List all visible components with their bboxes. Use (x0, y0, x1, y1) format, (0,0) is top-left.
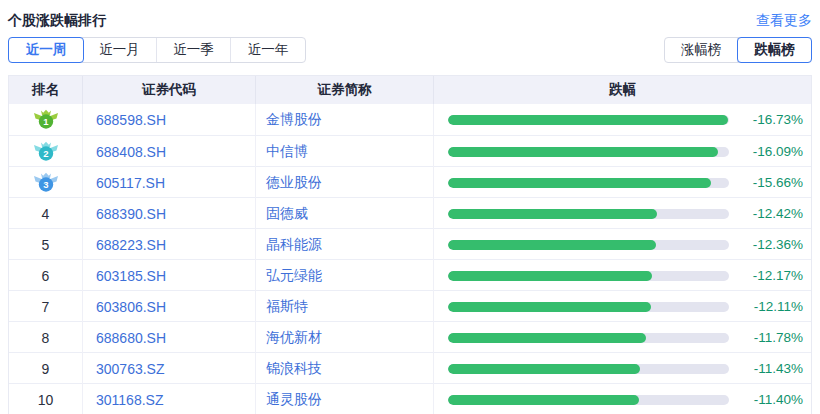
table-row: 4 688390.SH 固德威 -12.42% (9, 197, 811, 228)
rank-number: 6 (42, 268, 50, 284)
code-cell: 300763.SZ (83, 353, 256, 384)
name-cell: 德业股份 (256, 167, 434, 198)
change-bar-track (448, 395, 729, 405)
rank-number: 5 (42, 237, 50, 253)
rank-number: 10 (38, 392, 54, 408)
change-value: -11.43% (741, 361, 803, 376)
stock-code-link[interactable]: 688390.SH (96, 206, 166, 222)
tab-last-month[interactable]: 近一月 (83, 38, 157, 62)
toggle-losers[interactable]: 跌幅榜 (737, 37, 812, 63)
code-cell: 688390.SH (83, 198, 256, 229)
stock-name-link[interactable]: 德业股份 (266, 174, 322, 192)
change-value: -11.40% (741, 392, 803, 407)
table-row: 9 300763.SZ 锦浪科技 -11.43% (9, 352, 811, 383)
toggle-gainers[interactable]: 涨幅榜 (665, 38, 738, 62)
medal-icon: 1 (34, 109, 58, 130)
rank-cell: 3 (9, 167, 83, 198)
table-row: 2 688408.SH 中信博 -16.09% (9, 135, 811, 166)
stock-code-link[interactable]: 688408.SH (96, 144, 166, 160)
change-cell: -12.36% (434, 229, 811, 260)
rank-type-toggle: 涨幅榜 跌幅榜 (664, 37, 812, 63)
change-bar-fill (448, 333, 646, 343)
name-cell: 锦浪科技 (256, 353, 434, 384)
change-bar-fill (448, 240, 656, 250)
change-bar-fill (448, 302, 651, 312)
svg-text:3: 3 (43, 179, 48, 190)
table-header: 排名 证券代码 证券简称 跌幅 (9, 76, 811, 104)
change-value: -12.11% (741, 299, 803, 314)
name-cell: 通灵股份 (256, 384, 434, 414)
stock-name-link[interactable]: 金博股份 (266, 111, 322, 129)
change-bar-track (448, 333, 729, 343)
change-bar-fill (448, 147, 718, 157)
col-header-rank: 排名 (9, 76, 83, 104)
change-bar-track (448, 147, 729, 157)
stock-name-link[interactable]: 通灵股份 (266, 391, 322, 409)
change-bar-track (448, 209, 729, 219)
code-cell: 688408.SH (83, 136, 256, 167)
change-value: -12.36% (741, 237, 803, 252)
code-cell: 603806.SH (83, 291, 256, 322)
stock-code-link[interactable]: 603806.SH (96, 299, 166, 315)
stock-code-link[interactable]: 603185.SH (96, 268, 166, 284)
change-bar-fill (448, 364, 640, 374)
stock-code-link[interactable]: 605117.SH (96, 175, 165, 191)
svg-text:2: 2 (43, 148, 48, 159)
view-more-link[interactable]: 查看更多 (756, 12, 812, 30)
name-cell: 中信博 (256, 136, 434, 167)
name-cell: 福斯特 (256, 291, 434, 322)
stock-name-link[interactable]: 中信博 (266, 143, 308, 161)
code-cell: 301168.SZ (83, 384, 256, 414)
stock-code-link[interactable]: 688598.SH (96, 112, 166, 128)
change-cell: -12.11% (434, 291, 811, 322)
tab-last-week[interactable]: 近一周 (8, 37, 84, 63)
table-row: 5 688223.SH 晶科能源 -12.36% (9, 228, 811, 259)
change-cell: -11.43% (434, 353, 811, 384)
change-value: -16.73% (741, 112, 803, 127)
stock-name-link[interactable]: 福斯特 (266, 298, 308, 316)
rank-cell: 10 (9, 384, 83, 414)
change-bar-fill (448, 395, 639, 405)
name-cell: 金博股份 (256, 104, 434, 135)
rank-number: 7 (42, 299, 50, 315)
table-row: 6 603185.SH 弘元绿能 -12.17% (9, 259, 811, 290)
stock-code-link[interactable]: 300763.SZ (96, 361, 165, 377)
change-bar-track (448, 240, 729, 250)
period-tabs: 近一周 近一月 近一季 近一年 (8, 37, 306, 63)
medal-icon: 3 (34, 172, 58, 193)
svg-text:1: 1 (43, 116, 49, 127)
rank-cell: 7 (9, 291, 83, 322)
change-cell: -12.17% (434, 260, 811, 291)
table-row: 7 603806.SH 福斯特 -12.11% (9, 290, 811, 321)
stock-code-link[interactable]: 688680.SH (96, 330, 166, 346)
change-value: -12.42% (741, 206, 803, 221)
stock-name-link[interactable]: 海优新材 (266, 329, 322, 347)
stock-name-link[interactable]: 锦浪科技 (266, 360, 322, 378)
tab-last-quarter[interactable]: 近一季 (157, 38, 231, 62)
stock-code-link[interactable]: 688223.SH (96, 237, 166, 253)
name-cell: 海优新材 (256, 322, 434, 353)
code-cell: 688598.SH (83, 104, 256, 135)
change-bar-track (448, 302, 729, 312)
change-value: -12.17% (741, 268, 803, 283)
tab-last-year[interactable]: 近一年 (231, 38, 305, 62)
code-cell: 688223.SH (83, 229, 256, 260)
change-cell: -12.42% (434, 198, 811, 229)
col-header-change: 跌幅 (434, 76, 811, 104)
change-bar-track (448, 115, 729, 125)
code-cell: 605117.SH (83, 167, 256, 198)
name-cell: 晶科能源 (256, 229, 434, 260)
change-value: -15.66% (741, 175, 803, 190)
rank-number: 4 (42, 206, 50, 222)
panel-header: 个股涨跌幅排行 查看更多 (8, 10, 812, 32)
change-bar-fill (448, 209, 657, 219)
stock-name-link[interactable]: 固德威 (266, 205, 308, 223)
stock-name-link[interactable]: 弘元绿能 (266, 267, 322, 285)
medal-icon: 2 (34, 141, 58, 162)
stock-name-link[interactable]: 晶科能源 (266, 236, 322, 254)
change-bar-fill (448, 115, 728, 125)
change-cell: -15.66% (434, 167, 811, 198)
name-cell: 固德威 (256, 198, 434, 229)
col-header-name: 证券简称 (256, 76, 434, 104)
stock-code-link[interactable]: 301168.SZ (96, 392, 163, 408)
